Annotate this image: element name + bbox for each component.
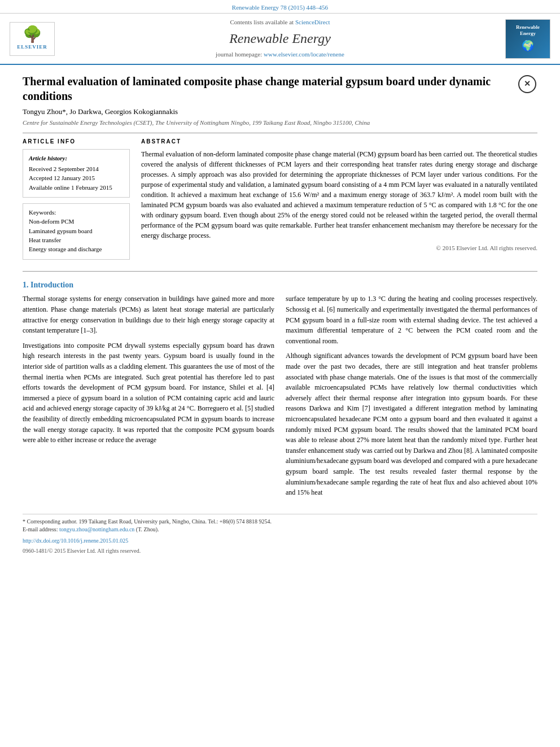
intro-left-col: Thermal storage systems for energy conse… [23,294,274,502]
journal-homepage-link[interactable]: www.elsevier.com/locate/renene [264,51,344,58]
intro-right-col: surface temperature by up to 1.3 °C duri… [286,294,537,502]
elsevier-tree-icon: 🌳 [23,27,42,42]
intro-p2: Investigations into composite PCM drywal… [23,340,274,445]
keyword-4: Energy storage and discharge [29,245,124,254]
journal-name: Renewable Energy [229,29,331,49]
section-divider [23,271,537,272]
available-date: Available online 1 February 2015 [29,184,124,192]
intro-p4: Although significant advances towards th… [286,351,537,497]
elsevier-logo: 🌳 ELSEVIER [10,22,55,56]
article-main: Thermal evaluation of laminated composit… [0,65,560,269]
article-info-abstract-section: ARTICLE INFO Article history: Received 2… [23,138,537,260]
keywords-box: Keywords: Non-deform PCM Laminated gypsu… [23,203,130,260]
renewable-energy-logo: Renewable Energy 🌍 [505,19,550,59]
intro-heading: 1. Introduction [23,279,537,291]
copyright-notice: © 2015 Elsevier Ltd. All rights reserved… [141,244,537,252]
footnote-section: * Corresponding author. 199 Taikang East… [23,514,537,534]
crossmark-badge: ✕ [517,74,537,94]
elsevier-logo-area: 🌳 ELSEVIER [7,18,58,59]
renewable-energy-logo-area: Renewable Energy 🌍 [502,18,553,59]
elsevier-brand: ELSEVIER [17,43,47,51]
intro-p3: surface temperature by up to 1.3 °C duri… [286,294,537,346]
intro-body-columns: Thermal storage systems for energy conse… [23,294,537,502]
doi-link[interactable]: http://dx.doi.org/10.1016/j.renene.2015.… [23,538,128,544]
article-history-label: Article history: [29,154,124,163]
author-email-link[interactable]: tongyu.zhou@nottingham.edu.cn [59,526,134,532]
science-direct-line: Contents lists available at ScienceDirec… [230,18,330,27]
doi-section: http://dx.doi.org/10.1016/j.renene.2015.… [0,534,560,547]
keywords-label: Keywords: [29,208,124,217]
abstract-column: ABSTRACT Thermal evaluation of non-defor… [141,138,537,260]
issn-section: 0960-1481/© 2015 Elsevier Ltd. All right… [0,547,560,558]
crossmark-icon: ✕ [518,75,536,93]
intro-p1: Thermal storage systems for energy conse… [23,294,274,335]
body-section: 1. Introduction Thermal storage systems … [0,274,560,508]
science-direct-link[interactable]: ScienceDirect [295,19,330,25]
title-section: Thermal evaluation of laminated composit… [23,74,537,103]
article-info-column: ARTICLE INFO Article history: Received 2… [23,138,130,260]
abstract-text: Thermal evaluation of non-deform laminat… [141,149,537,241]
received-date: Received 2 September 2014 [29,165,124,173]
accepted-date: Accepted 12 January 2015 [29,174,124,182]
journal-reference: Renewable Energy 78 (2015) 448–456 [0,0,560,14]
authors-line: Tongyu Zhou*, Jo Darkwa, Georgios Kokogi… [23,107,537,117]
abstract-label: ABSTRACT [141,138,537,146]
journal-header-center: Contents lists available at ScienceDirec… [63,18,497,59]
article-info-label: ARTICLE INFO [23,138,130,146]
journal-homepage-line: journal homepage: www.elsevier.com/locat… [216,50,344,59]
article-title: Thermal evaluation of laminated composit… [23,74,511,103]
keyword-3: Heat transfer [29,236,124,244]
keyword-2: Laminated gypsum board [29,227,124,235]
keyword-1: Non-deform PCM [29,217,124,226]
divider-after-affiliation [23,133,537,133]
globe-icon: 🌍 [522,39,534,53]
footnote-text: * Corresponding author. 199 Taikang East… [23,518,537,526]
article-history-box: Article history: Received 2 September 20… [23,149,130,198]
email-line: E-mail address: tongyu.zhou@nottingham.e… [23,526,537,534]
journal-header: 🌳 ELSEVIER Contents lists available at S… [0,14,560,64]
affiliation-line: Centre for Sustainable Energy Technologi… [23,119,537,127]
